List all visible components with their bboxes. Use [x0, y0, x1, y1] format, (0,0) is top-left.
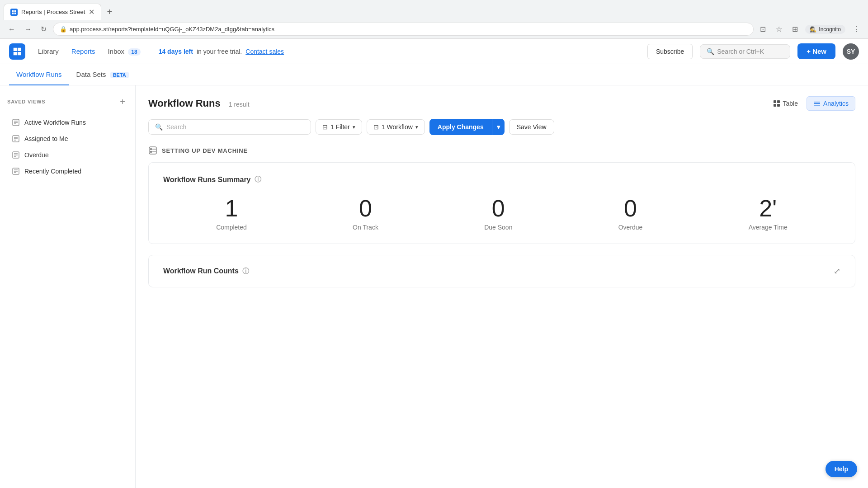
- global-search-bar[interactable]: 🔍 Search or Ctrl+K: [700, 44, 790, 59]
- main-layout: SAVED VIEWS + Active Workflow Runs Assig…: [0, 85, 868, 488]
- stat-completed-label: Completed: [216, 224, 247, 231]
- workflow-icon: ⊡: [373, 123, 379, 131]
- stat-overdue: 0 Overdue: [618, 197, 643, 231]
- counts-info-icon[interactable]: ⓘ: [242, 267, 249, 276]
- url-bar[interactable]: 🔒 app.process.st/reports?templateId=uQGG…: [53, 23, 754, 36]
- trial-bold-text: 14 days left: [159, 48, 193, 55]
- main-nav: Library Reports Inbox 18: [33, 45, 146, 58]
- refresh-btn[interactable]: ↻: [38, 23, 49, 35]
- app-header: Library Reports Inbox 18 14 days left in…: [0, 39, 868, 64]
- back-btn[interactable]: ←: [5, 23, 18, 35]
- stat-completed-number: 1: [225, 197, 238, 220]
- tab-data-sets[interactable]: Data Sets BETA: [69, 64, 136, 85]
- table-icon: [773, 100, 780, 107]
- page-tabs: Workflow Runs Data Sets BETA: [0, 64, 868, 85]
- view-toggles: Table Analytics: [766, 96, 856, 111]
- doc-icon: [12, 118, 20, 127]
- new-btn[interactable]: + New: [797, 43, 835, 59]
- filter-icon: ⊟: [322, 123, 328, 131]
- counts-card-title: Workflow Run Counts ⓘ: [163, 267, 249, 276]
- content-header: Workflow Runs 1 result Table Analytics: [148, 96, 855, 111]
- filters-row: 🔍 ⊟ 1 Filter ▾ ⊡ 1 Workflow ▾ Apply Chan…: [148, 119, 855, 135]
- svg-rect-20: [814, 102, 820, 103]
- doc-icon-2: [12, 135, 20, 143]
- section-label: SETTING UP DEV MACHINE: [148, 146, 855, 155]
- nav-library[interactable]: Library: [33, 45, 64, 58]
- lock-icon: 🔒: [60, 26, 67, 33]
- more-btn[interactable]: ⋮: [850, 23, 863, 35]
- stat-due-soon: 0 Due Soon: [484, 197, 512, 231]
- table-view-btn[interactable]: Table: [766, 96, 805, 111]
- tab-workflow-runs[interactable]: Workflow Runs: [9, 64, 69, 85]
- filter-btn[interactable]: ⊟ 1 Filter ▾: [316, 119, 362, 135]
- sidebar-item-label-3: Overdue: [24, 151, 49, 159]
- counts-card-header: Workflow Run Counts ⓘ ⤢: [163, 266, 840, 276]
- nav-reports[interactable]: Reports: [66, 45, 101, 58]
- incognito-icon: 🕵: [810, 26, 816, 33]
- save-view-btn[interactable]: Save View: [509, 119, 554, 135]
- doc-icon-4: [12, 167, 20, 175]
- bookmark-btn[interactable]: ☆: [773, 23, 785, 35]
- cast-btn[interactable]: ⊡: [757, 23, 769, 35]
- address-bar: ← → ↻ 🔒 app.process.st/reports?templateI…: [0, 20, 868, 38]
- stat-average-time: 2' Average Time: [749, 197, 788, 231]
- summary-card: Workflow Runs Summary ⓘ 1 Completed 0 On…: [148, 162, 855, 244]
- sidebar-item-label-4: Recently Completed: [24, 168, 81, 175]
- saved-views-header: SAVED VIEWS +: [7, 96, 128, 107]
- expand-btn[interactable]: ⤢: [834, 266, 840, 276]
- svg-rect-23: [149, 147, 156, 154]
- new-tab-btn[interactable]: +: [103, 5, 116, 19]
- stat-on-track: 0 On Track: [353, 197, 378, 231]
- summary-stats: 1 Completed 0 On Track 0 Due Soon 0 Over…: [163, 197, 840, 231]
- apply-changes-btn[interactable]: Apply Changes ▾: [429, 119, 505, 135]
- workflow-filter-btn[interactable]: ⊡ 1 Workflow ▾: [367, 119, 425, 135]
- nav-inbox[interactable]: Inbox 18: [102, 45, 146, 58]
- sidebar-item-active-workflow-runs[interactable]: Active Workflow Runs: [7, 114, 128, 131]
- subscribe-btn[interactable]: Subscribe: [647, 44, 693, 59]
- summary-info-icon[interactable]: ⓘ: [255, 175, 261, 184]
- content-search-input[interactable]: [166, 123, 304, 131]
- trial-text: in your free trial.: [197, 48, 242, 55]
- search-icon: 🔍: [707, 48, 714, 55]
- svg-rect-21: [814, 103, 820, 104]
- result-count: 1 result: [229, 101, 250, 108]
- main-content: Workflow Runs 1 result Table Analytics 🔍: [136, 85, 868, 488]
- incognito-badge[interactable]: 🕵 Incognito: [805, 25, 845, 34]
- stat-on-track-number: 0: [359, 197, 372, 220]
- apply-changes-dropdown-btn[interactable]: ▾: [492, 119, 505, 135]
- tab-title: Reports | Process Street: [21, 9, 85, 15]
- analytics-view-btn[interactable]: Analytics: [807, 96, 855, 111]
- analytics-icon: [813, 100, 821, 107]
- sidebar-item-assigned-to-me[interactable]: Assigned to Me: [7, 131, 128, 147]
- profile-btn[interactable]: ⊞: [789, 23, 801, 35]
- svg-rect-18: [774, 104, 776, 107]
- svg-rect-19: [777, 104, 780, 107]
- avatar[interactable]: SY: [843, 43, 859, 60]
- app-logo[interactable]: [9, 43, 25, 60]
- svg-rect-22: [814, 105, 820, 106]
- add-view-btn[interactable]: +: [117, 96, 128, 107]
- search-placeholder: Search or Ctrl+K: [717, 48, 764, 55]
- active-tab[interactable]: Reports | Process Street ✕: [4, 4, 101, 20]
- summary-card-title: Workflow Runs Summary: [163, 176, 251, 184]
- sidebar-item-recently-completed[interactable]: Recently Completed: [7, 163, 128, 179]
- doc-icon-3: [12, 151, 20, 159]
- beta-badge: BETA: [110, 72, 129, 78]
- url-text: app.process.st/reports?templateId=uQGGj-…: [70, 26, 274, 33]
- sidebar: SAVED VIEWS + Active Workflow Runs Assig…: [0, 85, 136, 488]
- forward-btn[interactable]: →: [22, 23, 34, 35]
- tab-bar: Reports | Process Street ✕ +: [0, 0, 868, 20]
- stat-average-time-number: 2': [759, 197, 777, 220]
- sidebar-item-overdue[interactable]: Overdue: [7, 147, 128, 163]
- help-btn[interactable]: Help: [826, 461, 857, 477]
- contact-sales-link[interactable]: Contact sales: [245, 48, 284, 55]
- content-search-wrap[interactable]: 🔍: [148, 119, 311, 135]
- stat-average-time-label: Average Time: [749, 224, 788, 231]
- inbox-badge: 18: [128, 48, 140, 56]
- stat-due-soon-number: 0: [492, 197, 505, 220]
- svg-rect-16: [774, 100, 776, 103]
- svg-point-24: [151, 149, 152, 150]
- tab-close-btn[interactable]: ✕: [89, 8, 94, 16]
- apply-changes-main-label: Apply Changes: [429, 119, 492, 135]
- saved-views-title: SAVED VIEWS: [7, 99, 45, 104]
